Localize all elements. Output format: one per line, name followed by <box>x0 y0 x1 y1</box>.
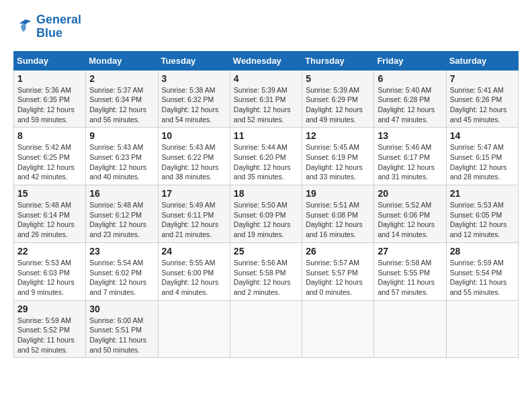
table-row: 2 Sunrise: 5:37 AMSunset: 6:34 PMDayligh… <box>86 70 158 128</box>
day-number: 16 <box>89 188 154 199</box>
day-number: 19 <box>306 188 370 199</box>
calendar-header-row: Sunday Monday Tuesday Wednesday Thursday… <box>14 51 519 70</box>
day-info: Sunrise: 5:50 AMSunset: 6:09 PMDaylight:… <box>234 200 298 240</box>
day-info: Sunrise: 5:54 AMSunset: 6:02 PMDaylight:… <box>89 258 154 298</box>
table-row: 11 Sunrise: 5:44 AMSunset: 6:20 PMDaylig… <box>230 128 302 185</box>
page-header: General Blue <box>13 13 519 40</box>
logo-text: General Blue <box>36 13 81 40</box>
day-info: Sunrise: 6:00 AMSunset: 5:51 PMDaylight:… <box>89 316 154 355</box>
day-info: Sunrise: 5:38 AMSunset: 6:32 PMDaylight:… <box>162 85 226 125</box>
header-monday: Monday <box>86 51 158 70</box>
day-number: 24 <box>162 246 226 257</box>
table-row: 28 Sunrise: 5:59 AMSunset: 5:54 PMDaylig… <box>446 242 518 300</box>
day-number: 5 <box>306 73 370 84</box>
table-row: 18 Sunrise: 5:50 AMSunset: 6:09 PMDaylig… <box>230 185 302 243</box>
table-row: 1 Sunrise: 5:36 AMSunset: 6:35 PMDayligh… <box>14 70 86 128</box>
day-info: Sunrise: 5:51 AMSunset: 6:08 PMDaylight:… <box>306 200 370 240</box>
calendar-week-row: 22 Sunrise: 5:53 AMSunset: 6:03 PMDaylig… <box>14 242 519 300</box>
day-number: 17 <box>162 188 226 199</box>
day-number: 27 <box>378 246 442 257</box>
table-row: 25 Sunrise: 5:56 AMSunset: 5:58 PMDaylig… <box>230 242 302 300</box>
day-info: Sunrise: 5:53 AMSunset: 6:03 PMDaylight:… <box>17 258 82 298</box>
day-info: Sunrise: 5:41 AMSunset: 6:26 PMDaylight:… <box>450 85 515 125</box>
table-row <box>302 300 374 358</box>
table-row <box>446 300 518 358</box>
day-number: 15 <box>17 188 82 199</box>
calendar-week-row: 8 Sunrise: 5:42 AMSunset: 6:25 PMDayligh… <box>14 128 519 185</box>
day-number: 10 <box>162 130 226 141</box>
day-number: 23 <box>89 246 154 257</box>
header-tuesday: Tuesday <box>158 51 230 70</box>
table-row: 12 Sunrise: 5:45 AMSunset: 6:19 PMDaylig… <box>302 128 374 185</box>
day-info: Sunrise: 5:36 AMSunset: 6:35 PMDaylight:… <box>17 85 82 125</box>
table-row: 21 Sunrise: 5:53 AMSunset: 6:05 PMDaylig… <box>446 185 518 243</box>
day-number: 28 <box>450 246 515 257</box>
day-info: Sunrise: 5:48 AMSunset: 6:14 PMDaylight:… <box>17 200 82 240</box>
header-saturday: Saturday <box>446 51 518 70</box>
calendar-week-row: 15 Sunrise: 5:48 AMSunset: 6:14 PMDaylig… <box>14 185 519 243</box>
day-info: Sunrise: 5:56 AMSunset: 5:58 PMDaylight:… <box>234 258 298 298</box>
table-row <box>158 300 230 358</box>
header-sunday: Sunday <box>14 51 86 70</box>
table-row: 16 Sunrise: 5:48 AMSunset: 6:12 PMDaylig… <box>86 185 158 243</box>
table-row: 9 Sunrise: 5:43 AMSunset: 6:23 PMDayligh… <box>86 128 158 185</box>
day-info: Sunrise: 5:46 AMSunset: 6:17 PMDaylight:… <box>378 142 442 182</box>
day-info: Sunrise: 5:39 AMSunset: 6:29 PMDaylight:… <box>306 85 370 125</box>
day-info: Sunrise: 5:43 AMSunset: 6:22 PMDaylight:… <box>162 142 226 182</box>
table-row: 10 Sunrise: 5:43 AMSunset: 6:22 PMDaylig… <box>158 128 230 185</box>
table-row: 15 Sunrise: 5:48 AMSunset: 6:14 PMDaylig… <box>14 185 86 243</box>
day-number: 14 <box>450 130 515 141</box>
table-row: 23 Sunrise: 5:54 AMSunset: 6:02 PMDaylig… <box>86 242 158 300</box>
table-row: 7 Sunrise: 5:41 AMSunset: 6:26 PMDayligh… <box>446 70 518 128</box>
day-number: 4 <box>234 73 298 84</box>
table-row: 22 Sunrise: 5:53 AMSunset: 6:03 PMDaylig… <box>14 242 86 300</box>
table-row: 24 Sunrise: 5:55 AMSunset: 6:00 PMDaylig… <box>158 242 230 300</box>
day-number: 30 <box>89 304 154 314</box>
table-row: 27 Sunrise: 5:58 AMSunset: 5:55 PMDaylig… <box>374 242 446 300</box>
table-row: 26 Sunrise: 5:57 AMSunset: 5:57 PMDaylig… <box>302 242 374 300</box>
header-friday: Friday <box>374 51 446 70</box>
day-info: Sunrise: 5:44 AMSunset: 6:20 PMDaylight:… <box>234 142 298 182</box>
table-row: 30 Sunrise: 6:00 AMSunset: 5:51 PMDaylig… <box>86 300 158 358</box>
day-info: Sunrise: 5:43 AMSunset: 6:23 PMDaylight:… <box>89 142 154 182</box>
day-number: 21 <box>450 188 515 199</box>
day-number: 9 <box>89 130 154 141</box>
day-number: 13 <box>378 130 442 141</box>
day-number: 12 <box>306 130 370 141</box>
table-row: 19 Sunrise: 5:51 AMSunset: 6:08 PMDaylig… <box>302 185 374 243</box>
day-number: 1 <box>17 73 82 84</box>
table-row: 20 Sunrise: 5:52 AMSunset: 6:06 PMDaylig… <box>374 185 446 243</box>
day-number: 2 <box>89 73 154 84</box>
day-info: Sunrise: 5:42 AMSunset: 6:25 PMDaylight:… <box>17 142 82 182</box>
day-number: 6 <box>378 73 442 84</box>
day-info: Sunrise: 5:37 AMSunset: 6:34 PMDaylight:… <box>89 85 154 125</box>
day-number: 11 <box>234 130 298 141</box>
day-info: Sunrise: 5:59 AMSunset: 5:54 PMDaylight:… <box>450 258 515 298</box>
table-row: 3 Sunrise: 5:38 AMSunset: 6:32 PMDayligh… <box>158 70 230 128</box>
table-row: 8 Sunrise: 5:42 AMSunset: 6:25 PMDayligh… <box>14 128 86 185</box>
table-row: 5 Sunrise: 5:39 AMSunset: 6:29 PMDayligh… <box>302 70 374 128</box>
table-row: 13 Sunrise: 5:46 AMSunset: 6:17 PMDaylig… <box>374 128 446 185</box>
day-info: Sunrise: 5:52 AMSunset: 6:06 PMDaylight:… <box>378 200 442 240</box>
table-row: 6 Sunrise: 5:40 AMSunset: 6:28 PMDayligh… <box>374 70 446 128</box>
day-info: Sunrise: 5:59 AMSunset: 5:52 PMDaylight:… <box>17 316 82 355</box>
day-number: 29 <box>17 304 82 314</box>
day-info: Sunrise: 5:47 AMSunset: 6:15 PMDaylight:… <box>450 142 515 182</box>
day-info: Sunrise: 5:40 AMSunset: 6:28 PMDaylight:… <box>378 85 442 125</box>
table-row <box>374 300 446 358</box>
table-row: 4 Sunrise: 5:39 AMSunset: 6:31 PMDayligh… <box>230 70 302 128</box>
day-number: 26 <box>306 246 370 257</box>
logo: General Blue <box>13 13 81 40</box>
day-info: Sunrise: 5:58 AMSunset: 5:55 PMDaylight:… <box>378 258 442 298</box>
day-number: 22 <box>17 246 82 257</box>
table-row: 17 Sunrise: 5:49 AMSunset: 6:11 PMDaylig… <box>158 185 230 243</box>
day-number: 7 <box>450 73 515 84</box>
header-wednesday: Wednesday <box>230 51 302 70</box>
day-info: Sunrise: 5:39 AMSunset: 6:31 PMDaylight:… <box>234 85 298 125</box>
header-thursday: Thursday <box>302 51 374 70</box>
table-row: 29 Sunrise: 5:59 AMSunset: 5:52 PMDaylig… <box>14 300 86 358</box>
calendar-week-row: 29 Sunrise: 5:59 AMSunset: 5:52 PMDaylig… <box>14 300 519 358</box>
day-number: 8 <box>17 130 82 141</box>
day-info: Sunrise: 5:45 AMSunset: 6:19 PMDaylight:… <box>306 142 370 182</box>
day-info: Sunrise: 5:48 AMSunset: 6:12 PMDaylight:… <box>89 200 154 240</box>
